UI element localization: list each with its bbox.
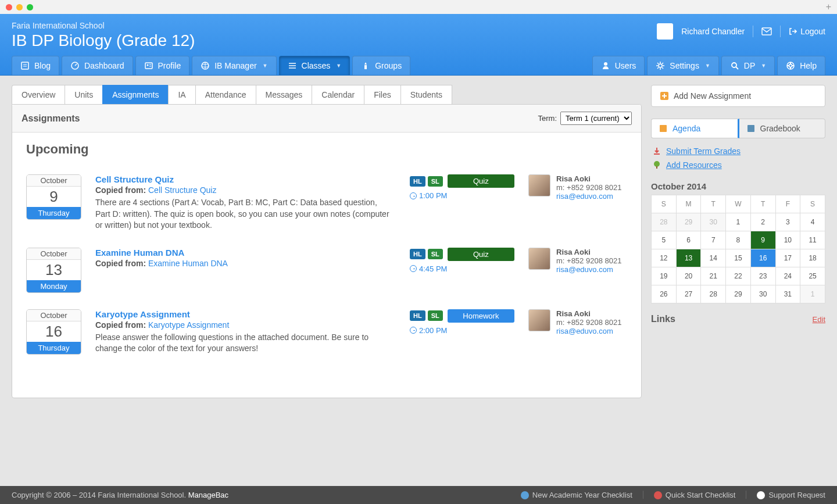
calendar-day[interactable]: 27 (676, 285, 701, 303)
nav-dashboard[interactable]: Dashboard (62, 56, 133, 75)
calendar-day[interactable]: 26 (652, 285, 677, 303)
copied-link[interactable]: Karyotype Assignment (148, 320, 229, 330)
svg-rect-28 (747, 125, 754, 132)
assignment-row: October9ThursdayCell Structure QuizCopie… (26, 166, 627, 240)
footer-link[interactable]: Support Request (757, 491, 825, 499)
calendar-day[interactable]: 3 (775, 213, 800, 231)
tab-files[interactable]: Files (364, 85, 401, 104)
tab-units[interactable]: Units (65, 85, 103, 104)
copied-from: Copied from: Karyotype Assignment (95, 320, 391, 330)
assignment-title-link[interactable]: Karyotype Assignment (95, 309, 190, 319)
toggle-agenda[interactable]: Agenda (651, 119, 739, 138)
nav-users[interactable]: Users (592, 56, 645, 75)
calendar-day[interactable]: 5 (652, 231, 677, 249)
calendar-day[interactable]: 21 (701, 267, 726, 285)
assignment-title-link[interactable]: Cell Structure Quiz (95, 174, 174, 184)
calendar-day[interactable]: 4 (800, 213, 825, 231)
tab-overview[interactable]: Overview (12, 85, 65, 104)
calendar-day[interactable]: 11 (800, 231, 825, 249)
nav-groups[interactable]: Groups (352, 56, 410, 75)
calendar-day[interactable]: 17 (775, 249, 800, 267)
calendar-day[interactable]: 20 (676, 267, 701, 285)
calendar-day[interactable]: 2 (750, 213, 775, 231)
calendar-day[interactable]: 9 (750, 231, 775, 249)
add-assignment-button[interactable]: Add New Assignment (651, 85, 825, 107)
teacher-phone: m: +852 9208 8021 (556, 256, 621, 265)
calendar-day[interactable]: 12 (652, 249, 677, 267)
logout-link[interactable]: Logout (789, 27, 825, 36)
date-box: October9Thursday (26, 174, 81, 220)
calendar-day[interactable]: 23 (750, 267, 775, 285)
calendar-day[interactable]: 24 (775, 267, 800, 285)
calendar-day[interactable]: 16 (750, 249, 775, 267)
term-select[interactable]: Term 1 (current) (560, 112, 632, 125)
nav-ib-manager[interactable]: IB Manager▼ (192, 56, 276, 75)
nav-settings[interactable]: Settings▼ (647, 56, 719, 75)
teacher-email-link[interactable]: risa@eduvo.com (556, 327, 613, 335)
calendar-day[interactable]: 29 (726, 285, 751, 303)
nav-dp[interactable]: DP▼ (721, 56, 775, 75)
tab-assignments[interactable]: Assignments (102, 85, 169, 104)
close-window-icon[interactable] (6, 4, 12, 10)
calendar-day[interactable]: 22 (726, 267, 751, 285)
user-avatar[interactable] (657, 23, 673, 40)
calendar-day[interactable]: 1 (800, 285, 825, 303)
footer-link[interactable]: New Academic Year Checklist (521, 491, 632, 499)
side-link-submit-term-grades[interactable]: Submit Term Grades (651, 144, 825, 158)
calendar-day[interactable]: 1 (726, 213, 751, 231)
svg-rect-1 (22, 62, 28, 69)
footer-link[interactable]: Quick Start Checklist (654, 491, 736, 499)
zoom-window-icon[interactable] (27, 4, 33, 10)
edit-links[interactable]: Edit (813, 315, 825, 324)
tab-students[interactable]: Students (400, 85, 452, 104)
calendar-day[interactable]: 15 (726, 249, 751, 267)
date-box: October16Thursday (26, 309, 81, 355)
assignment-row: October16ThursdayKaryotype AssignmentCop… (26, 301, 627, 363)
tab-messages[interactable]: Messages (256, 85, 313, 104)
calendar-day[interactable]: 30 (701, 213, 726, 231)
copied-link[interactable]: Cell Structure Quiz (148, 185, 216, 195)
copied-link[interactable]: Examine Human DNA (148, 259, 228, 268)
nav-blog[interactable]: Blog (12, 56, 59, 75)
calendar-day[interactable]: 8 (726, 231, 751, 249)
new-tab-icon[interactable]: + (826, 2, 831, 12)
teacher-email-link[interactable]: risa@eduvo.com (556, 265, 613, 274)
calendar-day[interactable]: 25 (800, 267, 825, 285)
page-title: IB DP Biology (Grade 12) (12, 31, 195, 50)
toggle-gradebook[interactable]: Gradebook (739, 119, 826, 138)
calendar-day[interactable]: 14 (701, 249, 726, 267)
panel-title: Assignments (22, 113, 80, 124)
copied-from: Copied from: Examine Human DNA (95, 259, 391, 268)
teacher-name: Risa Aoki (556, 174, 621, 183)
calendar-day[interactable]: 6 (676, 231, 701, 249)
teacher-email-link[interactable]: risa@eduvo.com (556, 192, 613, 201)
calendar-day[interactable]: 7 (701, 231, 726, 249)
brand-link[interactable]: ManageBac (188, 491, 228, 499)
calendar-day[interactable]: 29 (676, 213, 701, 231)
tab-ia[interactable]: IA (168, 85, 195, 104)
calendar-day[interactable]: 13 (676, 249, 701, 267)
tab-attendance[interactable]: Attendance (195, 85, 256, 104)
user-name-link[interactable]: Richard Chandler (681, 27, 745, 36)
calendar-day[interactable]: 31 (775, 285, 800, 303)
assignment-title-link[interactable]: Examine Human DNA (95, 248, 184, 258)
teacher-name: Risa Aoki (556, 248, 621, 256)
section-title: Upcoming (26, 142, 627, 157)
calendar-day[interactable]: 28 (701, 285, 726, 303)
messages-icon[interactable] (761, 27, 772, 35)
due-time: 4:45 PM (410, 264, 514, 273)
nav-help[interactable]: Help (777, 56, 825, 75)
tab-calendar[interactable]: Calendar (312, 85, 364, 104)
svg-rect-0 (762, 28, 771, 35)
side-link-add-resources[interactable]: Add Resources (651, 158, 825, 172)
calendar-day[interactable]: 30 (750, 285, 775, 303)
minimize-window-icon[interactable] (16, 4, 23, 10)
teacher-avatar (528, 248, 550, 270)
calendar-day[interactable]: 28 (652, 213, 677, 231)
calendar-day[interactable]: 10 (775, 231, 800, 249)
nav-profile[interactable]: Profile (135, 56, 190, 75)
calendar-day[interactable]: 18 (800, 249, 825, 267)
calendar-day[interactable]: 19 (652, 267, 677, 285)
nav-classes[interactable]: Classes▼ (279, 56, 350, 75)
hl-badge: HL (410, 176, 425, 187)
